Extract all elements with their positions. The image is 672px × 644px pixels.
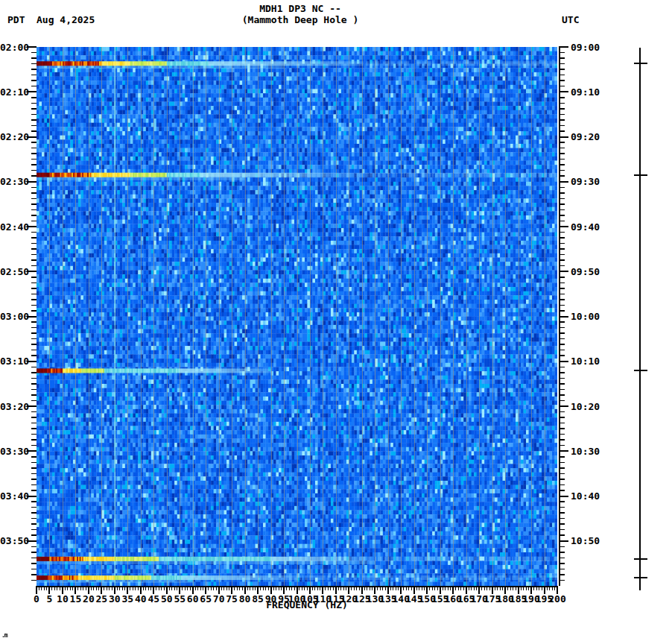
left-axis-label: 02:40 xyxy=(0,221,29,233)
left-axis-minor-tick xyxy=(31,501,37,502)
frequency-minor-tick xyxy=(247,586,248,590)
frequency-minor-tick xyxy=(437,586,438,590)
frequency-minor-tick xyxy=(234,586,235,590)
frequency-minor-tick xyxy=(239,586,240,590)
right-axis-minor-tick xyxy=(559,148,565,149)
right-axis-minor-tick xyxy=(559,383,565,385)
frequency-minor-tick xyxy=(507,586,508,590)
left-axis-minor-tick xyxy=(31,130,37,132)
right-axis-minor-tick xyxy=(559,529,565,531)
left-axis-minor-tick xyxy=(31,563,37,564)
right-axis-minor-tick xyxy=(559,558,565,559)
right-axis-minor-tick xyxy=(559,142,565,143)
frequency-minor-tick xyxy=(86,586,86,590)
frequency-minor-tick xyxy=(299,586,299,590)
left-axis-minor-tick xyxy=(31,580,37,581)
frequency-minor-tick xyxy=(104,586,104,590)
frequency-minor-tick xyxy=(377,586,378,590)
right-axis-minor-tick xyxy=(559,523,565,525)
right-axis-major-tick xyxy=(559,226,568,227)
left-axis-minor-tick xyxy=(31,534,37,536)
frequency-minor-tick xyxy=(265,586,266,590)
frequency-minor-tick xyxy=(340,586,341,590)
frequency-minor-tick xyxy=(117,586,118,590)
frequency-minor-tick xyxy=(237,586,238,590)
frequency-minor-tick xyxy=(463,586,464,590)
left-axis-minor-tick xyxy=(31,552,37,553)
right-axis-minor-tick xyxy=(559,534,565,536)
frequency-minor-tick xyxy=(281,586,282,590)
right-axis-minor-tick xyxy=(559,69,565,70)
right-axis-minor-tick xyxy=(559,209,565,211)
left-axis-minor-tick xyxy=(31,299,37,300)
frequency-minor-tick xyxy=(536,586,537,590)
page-title-line1: MDH1 DP3 NC -- xyxy=(259,3,341,14)
left-axis-label: 02:00 xyxy=(0,42,29,53)
frequency-minor-tick xyxy=(171,586,172,590)
frequency-minor-tick xyxy=(354,586,355,590)
frequency-minor-tick xyxy=(138,586,139,590)
frequency-minor-tick xyxy=(224,586,224,590)
right-axis-minor-tick xyxy=(559,187,565,189)
right-axis-minor-tick xyxy=(559,434,565,435)
frequency-minor-tick xyxy=(481,586,482,590)
frequency-minor-tick xyxy=(338,586,339,590)
frequency-minor-tick xyxy=(539,586,539,590)
frequency-minor-tick xyxy=(80,586,81,590)
frequency-minor-tick xyxy=(516,586,516,590)
frequency-minor-tick xyxy=(260,586,261,590)
right-axis-label: 10:40 xyxy=(571,490,604,502)
left-axis-minor-tick xyxy=(31,332,37,334)
frequency-minor-tick xyxy=(476,586,477,590)
left-axis-minor-tick xyxy=(31,350,37,351)
left-axis-minor-tick xyxy=(31,248,37,250)
right-axis-minor-tick xyxy=(559,518,565,520)
right-axis-minor-tick xyxy=(559,400,565,402)
frequency-minor-tick xyxy=(521,586,522,590)
frequency-minor-tick xyxy=(197,586,198,590)
right-axis-minor-tick xyxy=(559,456,565,458)
left-axis-minor-tick xyxy=(31,467,37,469)
left-axis-minor-tick xyxy=(31,265,37,267)
frequency-minor-tick xyxy=(403,586,404,590)
left-axis-minor-tick xyxy=(31,321,37,323)
right-axis-major-tick xyxy=(559,450,568,452)
frequency-minor-tick xyxy=(60,586,60,590)
right-axis-minor-tick xyxy=(559,439,565,441)
frequency-minor-tick xyxy=(396,586,396,590)
right-axis-label: 10:00 xyxy=(571,311,604,322)
frequency-minor-tick xyxy=(291,586,292,590)
left-axis-minor-tick xyxy=(31,558,37,559)
frequency-minor-tick xyxy=(328,586,329,590)
frequency-minor-tick xyxy=(253,586,253,590)
left-time-axis: 02:0002:1002:2002:3002:4002:5003:0003:10… xyxy=(0,47,37,586)
left-axis-minor-tick xyxy=(31,445,37,446)
left-axis-label: 02:20 xyxy=(0,131,29,142)
frequency-minor-tick xyxy=(486,586,487,590)
frequency-minor-tick xyxy=(356,586,357,590)
frequency-minor-tick xyxy=(255,586,256,590)
frequency-minor-tick xyxy=(195,586,196,590)
frequency-minor-tick xyxy=(393,586,393,590)
left-axis-label: 03:10 xyxy=(0,356,29,367)
frequency-minor-tick xyxy=(161,586,162,590)
frequency-minor-tick xyxy=(174,586,175,590)
frequency-minor-tick xyxy=(372,586,373,590)
left-axis-minor-tick xyxy=(31,63,37,65)
right-axis-minor-tick xyxy=(559,467,565,469)
frequency-minor-tick xyxy=(424,586,425,590)
frequency-minor-tick xyxy=(549,586,550,590)
right-axis-minor-tick xyxy=(559,237,565,239)
frequency-minor-tick xyxy=(44,586,45,590)
frequency-minor-tick xyxy=(330,586,331,590)
left-axis-minor-tick xyxy=(31,367,37,368)
left-axis-minor-tick xyxy=(31,417,37,418)
right-axis-minor-tick xyxy=(559,288,565,289)
left-axis-label: 02:30 xyxy=(0,176,29,187)
frequency-minor-tick xyxy=(130,586,130,590)
left-axis-minor-tick xyxy=(31,338,37,340)
frequency-minor-tick xyxy=(351,586,352,590)
frequency-minor-tick xyxy=(119,586,120,590)
timezone-left-label: PDT xyxy=(7,14,25,25)
right-axis-minor-tick xyxy=(559,490,565,491)
